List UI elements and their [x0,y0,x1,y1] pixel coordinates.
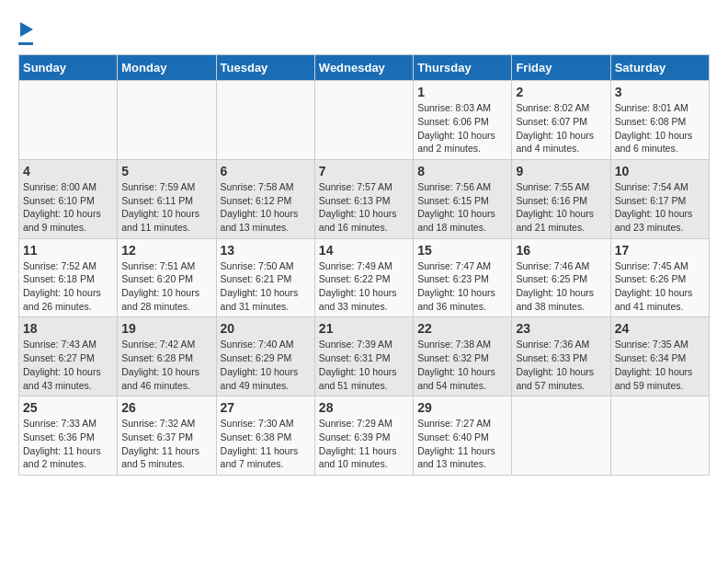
day-info: Sunrise: 7:29 AMSunset: 6:39 PMDaylight:… [319,417,409,471]
logo-underline [18,42,33,45]
day-info: Sunrise: 8:01 AMSunset: 6:08 PMDaylight:… [615,101,705,155]
calendar-cell: 5Sunrise: 7:59 AMSunset: 6:11 PMDaylight… [118,159,216,238]
calendar-cell: 21Sunrise: 7:39 AMSunset: 6:31 PMDayligh… [314,317,413,396]
day-number: 20 [221,321,311,336]
day-info: Sunrise: 7:45 AMSunset: 6:26 PMDaylight:… [615,259,705,314]
calendar-cell: 23Sunrise: 7:36 AMSunset: 6:33 PMDayligh… [512,317,610,396]
day-number: 2 [516,85,606,99]
calendar-cell: 9Sunrise: 7:55 AMSunset: 6:16 PMDaylight… [512,159,610,238]
day-info: Sunrise: 8:02 AMSunset: 6:07 PMDaylight:… [516,101,606,155]
calendar-week-row: 25Sunrise: 7:33 AMSunset: 6:36 PMDayligh… [19,396,710,476]
day-info: Sunrise: 7:57 AMSunset: 6:13 PMDaylight:… [319,180,409,235]
calendar-cell: 4Sunrise: 8:00 AMSunset: 6:10 PMDaylight… [19,159,118,238]
day-info: Sunrise: 7:40 AMSunset: 6:29 PMDaylight:… [221,338,311,392]
day-number: 16 [516,243,606,258]
calendar-cell: 18Sunrise: 7:43 AMSunset: 6:27 PMDayligh… [19,317,118,396]
day-number: 6 [221,164,311,178]
day-info: Sunrise: 7:55 AMSunset: 6:16 PMDaylight:… [516,180,606,235]
calendar-cell [314,81,413,160]
day-number: 26 [121,400,211,415]
weekday-header-wednesday: Wednesday [314,55,413,81]
day-info: Sunrise: 8:00 AMSunset: 6:10 PMDaylight:… [23,180,113,235]
weekday-header-monday: Monday [118,55,216,81]
day-info: Sunrise: 7:38 AMSunset: 6:32 PMDaylight:… [417,338,507,392]
day-info: Sunrise: 7:39 AMSunset: 6:31 PMDaylight:… [319,338,409,392]
calendar-cell: 6Sunrise: 7:58 AMSunset: 6:12 PMDaylight… [216,159,314,238]
day-number: 4 [23,164,113,178]
day-info: Sunrise: 7:50 AMSunset: 6:21 PMDaylight:… [221,259,311,314]
day-info: Sunrise: 7:30 AMSunset: 6:38 PMDaylight:… [221,417,311,471]
calendar-cell: 13Sunrise: 7:50 AMSunset: 6:21 PMDayligh… [216,238,314,317]
day-number: 19 [121,321,211,336]
calendar-week-row: 4Sunrise: 8:00 AMSunset: 6:10 PMDaylight… [19,159,710,238]
day-number: 5 [121,164,211,178]
logo [18,18,33,45]
day-info: Sunrise: 7:35 AMSunset: 6:34 PMDaylight:… [615,338,705,392]
day-number: 1 [417,85,507,99]
calendar-cell: 8Sunrise: 7:56 AMSunset: 6:15 PMDaylight… [414,159,512,238]
day-info: Sunrise: 7:52 AMSunset: 6:18 PMDaylight:… [23,259,113,314]
header [18,18,710,45]
day-number: 27 [221,400,311,415]
weekday-header-thursday: Thursday [414,55,512,81]
calendar-cell [19,81,118,160]
calendar-cell: 17Sunrise: 7:45 AMSunset: 6:26 PMDayligh… [610,238,709,317]
day-info: Sunrise: 7:51 AMSunset: 6:20 PMDaylight:… [121,259,211,314]
day-info: Sunrise: 7:47 AMSunset: 6:23 PMDaylight:… [417,259,507,314]
calendar-week-row: 1Sunrise: 8:03 AMSunset: 6:06 PMDaylight… [19,81,710,160]
day-number: 24 [615,321,705,336]
day-number: 21 [319,321,409,336]
day-info: Sunrise: 7:54 AMSunset: 6:17 PMDaylight:… [615,180,705,235]
day-info: Sunrise: 7:42 AMSunset: 6:28 PMDaylight:… [121,338,211,392]
calendar-cell: 12Sunrise: 7:51 AMSunset: 6:20 PMDayligh… [118,238,216,317]
weekday-header-saturday: Saturday [610,55,709,81]
calendar-cell: 29Sunrise: 7:27 AMSunset: 6:40 PMDayligh… [414,396,512,476]
day-info: Sunrise: 7:27 AMSunset: 6:40 PMDaylight:… [417,417,507,471]
day-number: 14 [319,243,409,258]
calendar-cell [610,396,709,476]
day-number: 17 [615,243,705,258]
calendar-cell: 11Sunrise: 7:52 AMSunset: 6:18 PMDayligh… [19,238,118,317]
day-number: 8 [417,164,507,178]
calendar-cell: 1Sunrise: 8:03 AMSunset: 6:06 PMDaylight… [414,81,512,160]
day-number: 28 [319,400,409,415]
calendar-cell: 24Sunrise: 7:35 AMSunset: 6:34 PMDayligh… [610,317,709,396]
day-info: Sunrise: 7:59 AMSunset: 6:11 PMDaylight:… [121,180,211,235]
weekday-header-sunday: Sunday [19,55,118,81]
calendar-cell: 28Sunrise: 7:29 AMSunset: 6:39 PMDayligh… [314,396,413,476]
calendar-cell: 16Sunrise: 7:46 AMSunset: 6:25 PMDayligh… [512,238,610,317]
calendar-cell: 27Sunrise: 7:30 AMSunset: 6:38 PMDayligh… [216,396,314,476]
logo-arrow-icon [20,22,33,37]
day-number: 13 [221,243,311,258]
day-number: 9 [516,164,606,178]
day-number: 22 [417,321,507,336]
day-number: 3 [615,85,705,99]
day-info: Sunrise: 7:32 AMSunset: 6:37 PMDaylight:… [121,417,211,471]
weekday-header-row: SundayMondayTuesdayWednesdayThursdayFrid… [19,55,710,81]
calendar-table: SundayMondayTuesdayWednesdayThursdayFrid… [18,54,710,476]
calendar-cell: 10Sunrise: 7:54 AMSunset: 6:17 PMDayligh… [610,159,709,238]
calendar-cell: 7Sunrise: 7:57 AMSunset: 6:13 PMDaylight… [314,159,413,238]
weekday-header-tuesday: Tuesday [216,55,314,81]
day-info: Sunrise: 8:03 AMSunset: 6:06 PMDaylight:… [417,101,507,155]
calendar-cell: 15Sunrise: 7:47 AMSunset: 6:23 PMDayligh… [414,238,512,317]
day-number: 10 [615,164,705,178]
day-number: 23 [516,321,606,336]
day-number: 12 [121,243,211,258]
weekday-header-friday: Friday [512,55,610,81]
calendar-cell: 25Sunrise: 7:33 AMSunset: 6:36 PMDayligh… [19,396,118,476]
day-info: Sunrise: 7:33 AMSunset: 6:36 PMDaylight:… [23,417,113,471]
day-number: 25 [23,400,113,415]
calendar-cell: 20Sunrise: 7:40 AMSunset: 6:29 PMDayligh… [216,317,314,396]
calendar-cell: 14Sunrise: 7:49 AMSunset: 6:22 PMDayligh… [314,238,413,317]
calendar-week-row: 11Sunrise: 7:52 AMSunset: 6:18 PMDayligh… [19,238,710,317]
calendar-cell: 2Sunrise: 8:02 AMSunset: 6:07 PMDaylight… [512,81,610,160]
calendar-week-row: 18Sunrise: 7:43 AMSunset: 6:27 PMDayligh… [19,317,710,396]
day-info: Sunrise: 7:43 AMSunset: 6:27 PMDaylight:… [23,338,113,392]
day-number: 18 [23,321,113,336]
day-number: 11 [23,243,113,258]
calendar-cell: 22Sunrise: 7:38 AMSunset: 6:32 PMDayligh… [414,317,512,396]
day-number: 7 [319,164,409,178]
calendar-cell: 19Sunrise: 7:42 AMSunset: 6:28 PMDayligh… [118,317,216,396]
day-info: Sunrise: 7:56 AMSunset: 6:15 PMDaylight:… [417,180,507,235]
